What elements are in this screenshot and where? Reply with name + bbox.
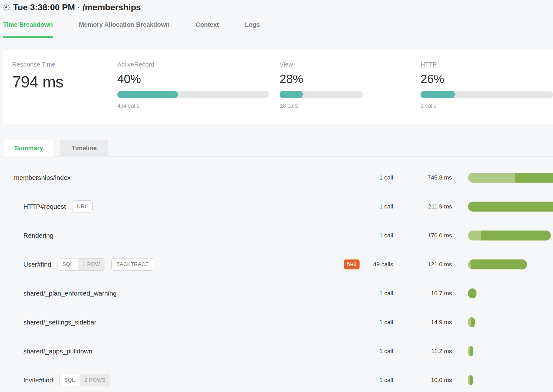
call-count: 1 call (379, 377, 393, 384)
duration-ms: 14.9 ms (431, 319, 452, 326)
http-progress-fill (421, 91, 455, 98)
span-name: shared/_apps_pulldown (23, 348, 92, 355)
timing-bar (468, 259, 527, 269)
chip-label: SQL (60, 374, 80, 386)
span-name: Invite#find (23, 376, 53, 384)
row-left-group: Rendering (23, 221, 53, 250)
duration-ms: 745.8 ms (428, 174, 452, 181)
call-count: 1 call (379, 203, 393, 210)
timing-bar-segment-light (468, 375, 470, 385)
view-percent: 28% (280, 72, 363, 86)
summary-timeline-tabs: SummaryTimeline (3, 140, 108, 156)
timing-bar-segment-dark (481, 231, 551, 240)
ar-percent: 40% (117, 72, 269, 86)
duration-ms: 121.0 ms (428, 261, 452, 268)
timing-bar-segment-light (468, 259, 471, 269)
table-row: HTTP#requestURL1 call211.9 ms (0, 192, 553, 221)
table-row: shared/_plan_enforced_warning1 call16.7 … (0, 279, 553, 308)
n-plus-one-badge: N+1 (344, 259, 360, 269)
call-count: 1 call (379, 319, 393, 326)
metric-view: View28%18 calls (280, 61, 363, 109)
duration-ms: 16.7 ms (431, 290, 452, 297)
row-left-group: shared/_settings_sidebar (23, 308, 96, 337)
subtab-summary[interactable]: Summary (3, 140, 54, 156)
ar-calls: 434 calls (117, 103, 269, 109)
timing-bar (468, 231, 551, 240)
row-left-group: shared/_plan_enforced_warning (23, 279, 117, 308)
row-left-group: memberships/index (14, 163, 71, 192)
chip-label: 2 ROWS (80, 374, 110, 386)
view-progress-fill (280, 91, 303, 98)
timing-bar (468, 346, 473, 356)
tab-logs[interactable]: Logs (245, 21, 260, 38)
duration-ms: 211.9 ms (428, 203, 452, 210)
span-name: memberships/index (14, 174, 71, 181)
timing-bar-segment-dark (470, 346, 473, 356)
view-progress-track (280, 91, 363, 98)
ar-progress-fill (117, 91, 178, 98)
timing-bar (468, 202, 553, 212)
table-row: shared/_settings_sidebar1 call14.9 ms (0, 308, 553, 337)
http-label: HTTP (421, 61, 553, 68)
row-left-group: Invite#findSQL2 ROWS (23, 366, 110, 392)
call-count: 1 call (379, 232, 393, 239)
chip-label: URL (72, 201, 92, 212)
metric-ar: ActiveRecord40%434 calls (117, 61, 269, 109)
call-count: 1 call (379, 174, 393, 181)
tab-context[interactable]: Context (196, 21, 219, 38)
duration-ms: 170.0 ms (428, 232, 452, 239)
timing-bar-segment-dark (471, 259, 527, 269)
ar-progress-track (117, 91, 269, 98)
trace-detail-page: Tue 3:38:00 PM · /memberships Time Break… (0, 0, 553, 392)
timing-bar (468, 375, 473, 385)
span-name: shared/_plan_enforced_warning (23, 290, 117, 297)
tab-memory-allocation-breakdown[interactable]: Memory Allocation Breakdown (79, 21, 170, 38)
timing-bar-segment-light (468, 173, 515, 183)
timing-bar-segment-dark (470, 375, 473, 385)
http-progress-track (421, 91, 553, 98)
span-name: Rendering (23, 232, 53, 239)
timing-bar (468, 173, 553, 183)
row-left-group: User#findSQL1 ROWBACKTRACE (23, 250, 154, 279)
page-title: Tue 3:38:00 PM · /memberships (13, 2, 141, 12)
backtrace-chip[interactable]: BACKTRACE (111, 258, 154, 271)
metric-http: HTTP26%1 calls (421, 61, 553, 109)
http-percent: 26% (421, 72, 553, 86)
response-time-label: Response Time (12, 61, 63, 68)
subtab-timeline[interactable]: Timeline (60, 140, 108, 156)
call-count: 1 call (379, 290, 393, 297)
timing-bar-segment-light (468, 317, 471, 327)
span-name: shared/_settings_sidebar (23, 319, 96, 326)
tab-time-breakdown[interactable]: Time Breakdown (3, 21, 53, 38)
sql-chip[interactable]: SQL2 ROWS (59, 374, 110, 386)
chip-label: 1 ROW (78, 259, 105, 270)
timing-bar-segment-dark (468, 288, 476, 298)
response-time-value: 794 ms (12, 72, 63, 91)
top-tab-bar: Time BreakdownMemory Allocation Breakdow… (3, 21, 286, 38)
sql-chip[interactable]: SQL1 ROW (58, 258, 105, 271)
timing-bar-segment-dark (515, 173, 553, 183)
metrics-card: Response Time 794 ms ActiveRecord40%434 … (3, 50, 553, 124)
http-calls: 1 calls (421, 103, 553, 109)
timing-bar-segment-light (468, 231, 481, 240)
span-name: User#find (23, 261, 51, 268)
table-row: Invite#findSQL2 ROWS1 call10.0 ms (0, 366, 553, 392)
view-calls: 18 calls (280, 103, 363, 109)
timing-bar (468, 317, 475, 327)
clock-icon (3, 4, 10, 11)
row-left-group: shared/_apps_pulldown (23, 337, 92, 366)
duration-ms: 10.0 ms (431, 377, 452, 384)
duration-ms: 11.2 ms (431, 348, 452, 355)
timing-bar (468, 288, 476, 298)
row-left-group: HTTP#requestURL (23, 192, 93, 221)
ar-label: ActiveRecord (117, 61, 269, 68)
call-count: 49 calls (373, 261, 393, 268)
table-row: User#findSQL1 ROWBACKTRACEN+149 calls121… (0, 250, 553, 279)
url-chip[interactable]: URL (72, 200, 93, 213)
table-row: memberships/index1 call745.8 ms (0, 163, 553, 192)
timing-bar-segment-dark (468, 202, 553, 212)
chip-label: BACKTRACE (112, 259, 154, 270)
timing-bar-segment-dark (471, 317, 475, 327)
chip-label: SQL (58, 259, 78, 270)
trace-header: Tue 3:38:00 PM · /memberships (3, 2, 141, 12)
